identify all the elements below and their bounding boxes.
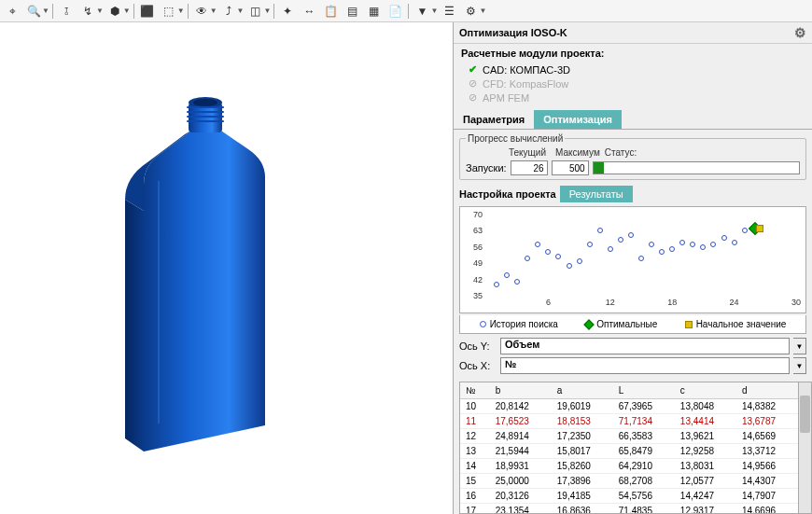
current-label: Текущий [509, 147, 546, 158]
tool-sheet-icon[interactable]: ▦ [363, 2, 384, 21]
tool-axes-icon[interactable]: ⫱ [56, 2, 77, 21]
axis-y-label: Ось Y: [459, 340, 497, 352]
y-tick: 35 [473, 291, 483, 300]
table-row[interactable]: 1620,312619,418554,575614,424714,7907 [460, 489, 798, 504]
results-table-scroll[interactable]: №baLcd 1020,814219,601967,396513,804814,… [459, 382, 799, 514]
scatter-chart[interactable]: 354249566370 612182430 [459, 206, 806, 313]
data-point [679, 240, 685, 245]
tool-layers-icon[interactable]: ▤ [342, 2, 362, 21]
tool-list-icon[interactable]: ☰ [439, 2, 459, 21]
y-tick: 42 [473, 275, 483, 285]
svg-rect-5 [187, 116, 224, 118]
cell: 13,6787 [736, 414, 798, 429]
launches-label: Запуски: [466, 162, 507, 174]
tool-select-icon[interactable]: ◫ [245, 2, 266, 21]
tab-optimization[interactable]: Оптимизация [534, 110, 622, 129]
col-header[interactable]: c [675, 382, 736, 399]
cell: 14,6696 [736, 504, 798, 515]
data-point [618, 237, 623, 243]
data-point [690, 242, 695, 247]
cell: 12 [460, 429, 490, 444]
data-point [514, 279, 520, 285]
y-tick: 70 [473, 210, 483, 219]
cell: 13,3712 [736, 444, 798, 459]
table-row[interactable]: 1224,891417,235066,358313,962114,6569 [460, 429, 798, 444]
cell: 14,4247 [675, 489, 736, 504]
cell: 54,5756 [613, 489, 675, 504]
scroll-thumb[interactable] [800, 396, 810, 433]
data-point [649, 242, 654, 247]
col-header[interactable]: b [490, 382, 552, 399]
table-row[interactable]: 1723,135416,863671,483512,931714,6696 [460, 504, 798, 515]
setup-label: Настройка проекта [459, 188, 560, 200]
panel-settings-icon[interactable]: ⚙ [794, 25, 806, 40]
module-item: ✔ CAD: КОМПАС-3D [469, 63, 805, 76]
cell: 65,8479 [613, 444, 675, 459]
cell: 13,8048 [675, 399, 736, 414]
tool-csys-icon[interactable]: ↯ [77, 2, 98, 21]
cell: 14,4307 [736, 474, 798, 489]
tool-origin-icon[interactable]: ⌖ [2, 2, 22, 21]
tool-rotate-icon[interactable]: ⤴ [218, 2, 239, 21]
cell: 18,8153 [552, 414, 613, 429]
tool-paste-icon[interactable]: 📋 [320, 2, 341, 21]
data-point [597, 228, 603, 233]
tool-swap-icon[interactable]: ↔ [299, 2, 319, 21]
maximum-input[interactable] [552, 160, 589, 175]
tool-doc-icon[interactable]: 📄 [385, 2, 405, 21]
cell: 64,2910 [613, 459, 675, 474]
progress-bar [593, 161, 800, 174]
modules-title: Расчетные модули проекта: [454, 44, 812, 61]
disabled-icon: ⊘ [469, 77, 477, 90]
data-point [659, 249, 665, 255]
bottle-model [112, 88, 280, 451]
tool-boxes-icon[interactable]: ⬚ [159, 2, 179, 21]
table-row[interactable]: 1525,000017,389668,270812,057714,4307 [460, 474, 798, 489]
table-row[interactable]: 1117,652318,815371,713413,441413,6787 [460, 414, 798, 429]
current-input[interactable] [511, 160, 548, 175]
col-header[interactable]: a [552, 382, 613, 399]
cell: 12,9258 [675, 444, 736, 459]
tool-model-icon[interactable]: ⬢ [105, 2, 125, 21]
tool-box-icon[interactable]: ⬛ [137, 2, 158, 21]
data-point [587, 242, 593, 247]
cell: 17 [460, 504, 490, 515]
dropdown-icon[interactable]: ▼ [793, 338, 806, 354]
table-row[interactable]: 1418,993115,826064,291013,803114,9566 [460, 459, 798, 474]
3d-viewport[interactable] [0, 22, 453, 514]
tool-settings-icon[interactable]: ⚙ [460, 2, 481, 21]
cell: 13,8031 [675, 459, 736, 474]
axis-y-select[interactable]: Объем [500, 338, 790, 354]
cell: 13 [460, 444, 490, 459]
x-tick: 6 [546, 298, 551, 307]
data-point [555, 254, 561, 259]
cell: 19,4185 [552, 489, 613, 504]
col-header[interactable]: L [613, 382, 675, 399]
col-header[interactable]: d [736, 382, 798, 399]
x-tick: 24 [730, 298, 739, 307]
cell: 23,1354 [490, 504, 552, 515]
tool-visibility-icon[interactable]: 👁 [191, 2, 212, 21]
x-tick: 12 [606, 298, 615, 307]
vertical-scrollbar[interactable] [799, 382, 812, 514]
table-row[interactable]: 1321,594415,801765,847912,925813,3712 [460, 444, 798, 459]
tool-zoom-window-icon[interactable]: 🔍 [23, 2, 44, 21]
cell: 10 [460, 399, 490, 414]
dropdown-icon[interactable]: ▼ [793, 357, 806, 374]
circle-marker-icon [480, 321, 486, 327]
cell: 14,8382 [736, 399, 798, 414]
tool-filter-icon[interactable]: ▼ [412, 2, 432, 21]
tab-parametry[interactable]: Параметрия [454, 110, 534, 129]
diamond-marker-icon [584, 319, 595, 329]
tool-snap-icon[interactable]: ✦ [277, 2, 298, 21]
cell: 17,6523 [490, 414, 552, 429]
cell: 14,7907 [736, 489, 798, 504]
data-point [721, 235, 727, 241]
table-row[interactable]: 1020,814219,601967,396513,804814,8382 [460, 399, 798, 414]
cell: 20,3126 [490, 489, 552, 504]
subtab-results[interactable]: Результаты [560, 186, 633, 202]
col-header[interactable]: № [460, 382, 490, 399]
axis-x-select[interactable]: № [500, 357, 790, 374]
cell: 16,8636 [552, 504, 613, 515]
cell: 24,8914 [490, 429, 552, 444]
